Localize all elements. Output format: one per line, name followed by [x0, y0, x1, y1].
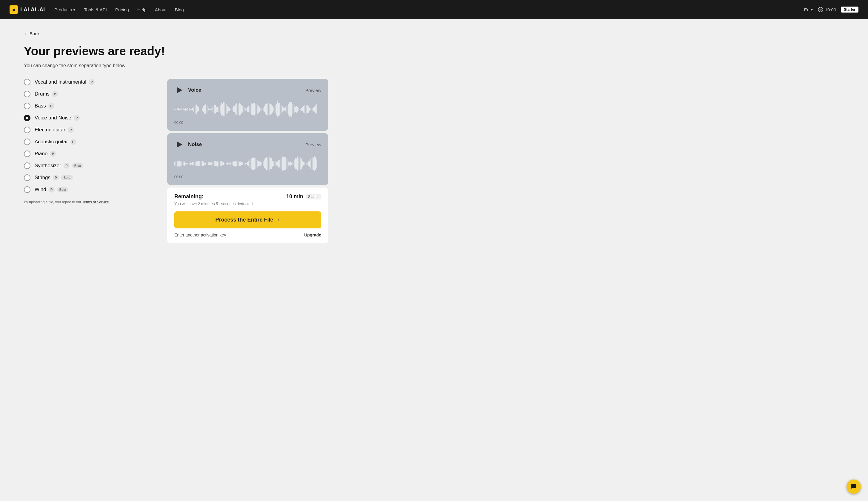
noise-waveform	[174, 154, 321, 173]
main-content: ← Back Your previews are ready! You can …	[0, 19, 868, 501]
remaining-card: Remaining: 10 min Starter You will have …	[167, 188, 328, 243]
radio-strings[interactable]	[24, 174, 31, 181]
option-label: Strings P Beta	[35, 175, 73, 181]
option-acoustic-guitar[interactable]: Acoustic guitar P	[24, 139, 155, 145]
radio-electric-guitar[interactable]	[24, 127, 31, 133]
pro-badge: P	[48, 103, 54, 109]
page-subtitle: You can change the stem separation type …	[24, 62, 844, 69]
activation-row: Enter another activation key Upgrade	[174, 233, 321, 237]
remaining-label: Remaining:	[174, 193, 204, 200]
option-voice-noise[interactable]: Voice and Noise P	[24, 115, 155, 121]
remaining-header: Remaining: 10 min Starter	[174, 193, 321, 200]
radio-voice-noise[interactable]	[24, 115, 31, 121]
nav-right: En ▾ ◔ 10:00 Starter	[804, 7, 858, 12]
noise-preview-link[interactable]: Preview	[305, 142, 321, 147]
plan-badge: Starter	[841, 7, 858, 12]
lang-chevron-icon: ▾	[811, 7, 813, 12]
voice-preview-link[interactable]: Preview	[305, 88, 321, 93]
option-label: Electric guitar P	[35, 127, 74, 133]
nav-blog[interactable]: Blog	[175, 7, 184, 12]
option-wind[interactable]: Wind P Beta	[24, 186, 155, 193]
pro-badge: P	[89, 79, 95, 85]
voice-track-card: Voice Preview 00:00	[167, 79, 328, 131]
voice-track-name: Voice	[188, 87, 305, 93]
timer-display: ◔ 10:00	[818, 7, 836, 12]
logo-icon: ■	[10, 6, 18, 14]
nav-pricing[interactable]: Pricing	[115, 7, 129, 12]
noise-track-header: Noise Preview	[174, 139, 321, 150]
chat-icon	[850, 483, 857, 490]
nav-tools[interactable]: Tools & API	[84, 7, 107, 12]
play-icon	[177, 87, 182, 93]
nav-help[interactable]: Help	[137, 7, 147, 12]
pro-badge: P	[70, 139, 76, 145]
option-label: Vocal and Instrumental P	[35, 79, 95, 85]
nav-products[interactable]: Products ▾	[54, 7, 76, 12]
language-selector[interactable]: En ▾	[804, 7, 813, 12]
pro-badge: P	[53, 175, 59, 181]
pro-badge: P	[48, 186, 55, 193]
option-label: Acoustic guitar P	[35, 139, 76, 145]
option-label: Piano P	[35, 151, 56, 157]
terms-text: By uploading a file, you agree to our Te…	[24, 200, 155, 204]
nav-links: Products ▾ Tools & API Pricing Help Abou…	[54, 7, 794, 12]
noise-timestamp: 00:00	[174, 175, 321, 179]
pro-badge: P	[50, 151, 56, 157]
option-label: Drums P	[35, 91, 58, 97]
process-entire-file-button[interactable]: Process the Entire File →	[174, 211, 321, 228]
radio-synthesizer[interactable]	[24, 162, 31, 169]
preview-panel: Voice Preview 00:00 Noise Preview 00:00	[167, 79, 328, 243]
option-label: Wind P Beta	[35, 186, 68, 193]
remaining-value: 10 min Starter	[286, 193, 321, 200]
plan-starter-badge: Starter	[306, 194, 321, 200]
option-bass[interactable]: Bass P	[24, 103, 155, 109]
play-icon	[177, 141, 182, 148]
noise-track-name: Noise	[188, 141, 305, 148]
option-electric-guitar[interactable]: Electric guitar P	[24, 127, 155, 133]
clock-icon: ◔	[818, 7, 823, 12]
navbar: ■ LALAL.AI Products ▾ Tools & API Pricin…	[0, 0, 868, 19]
option-strings[interactable]: Strings P Beta	[24, 174, 155, 181]
radio-wind[interactable]	[24, 186, 31, 193]
radio-piano[interactable]	[24, 150, 31, 157]
noise-track-card: Noise Preview 00:00	[167, 133, 328, 185]
voice-play-button[interactable]	[174, 85, 185, 96]
logo-text: LALAL.AI	[20, 7, 45, 13]
page-title: Your previews are ready!	[24, 44, 844, 58]
nav-about[interactable]: About	[155, 7, 166, 12]
option-synthesizer[interactable]: Synthesizer P Beta	[24, 162, 155, 169]
voice-waveform	[174, 100, 321, 118]
back-button[interactable]: ← Back	[24, 31, 844, 36]
deducted-text: You will have 2 minutes 51 seconds deduc…	[174, 202, 321, 206]
nav-logo[interactable]: ■ LALAL.AI	[10, 6, 45, 14]
radio-drums[interactable]	[24, 91, 31, 97]
content-layout: Vocal and Instrumental P Drums P Bass P	[24, 79, 844, 243]
pro-badge: P	[64, 163, 69, 169]
radio-vocal-instrumental[interactable]	[24, 79, 31, 85]
option-vocal-instrumental[interactable]: Vocal and Instrumental P	[24, 79, 155, 85]
beta-badge: Beta	[61, 175, 73, 180]
voice-track-header: Voice Preview	[174, 85, 321, 96]
option-label: Voice and Noise P	[35, 115, 80, 121]
pro-badge: P	[68, 127, 74, 133]
terms-link[interactable]: Terms of Service.	[82, 200, 110, 204]
option-drums[interactable]: Drums P	[24, 91, 155, 97]
radio-bass[interactable]	[24, 103, 31, 109]
voice-timestamp: 00:00	[174, 121, 321, 125]
upgrade-link[interactable]: Upgrade	[304, 233, 321, 237]
option-label: Synthesizer P Beta	[35, 163, 83, 169]
beta-badge: Beta	[57, 187, 69, 192]
chat-widget-button[interactable]	[847, 480, 861, 494]
chevron-down-icon: ▾	[73, 7, 76, 12]
option-piano[interactable]: Piano P	[24, 150, 155, 157]
noise-play-button[interactable]	[174, 139, 185, 150]
activation-key-link[interactable]: Enter another activation key	[174, 233, 226, 237]
pro-badge: P	[52, 91, 58, 97]
options-panel: Vocal and Instrumental P Drums P Bass P	[24, 79, 155, 204]
pro-badge: P	[74, 115, 80, 121]
radio-acoustic-guitar[interactable]	[24, 139, 31, 145]
beta-badge: Beta	[72, 163, 84, 168]
option-label: Bass P	[35, 103, 54, 109]
